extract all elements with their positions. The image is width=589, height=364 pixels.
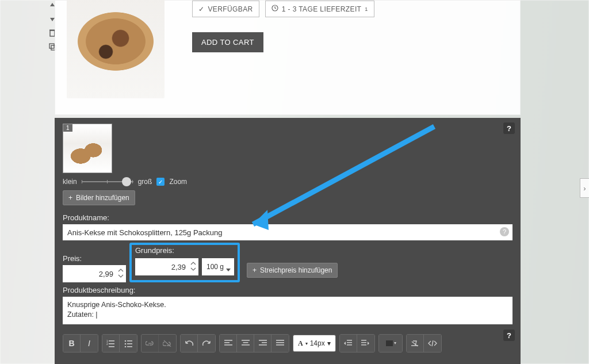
svg-rect-31: [347, 342, 352, 343]
svg-rect-33: [361, 340, 366, 341]
chevron-down-icon[interactable]: [190, 266, 196, 272]
product-image[interactable]: [67, 0, 165, 98]
svg-rect-24: [259, 340, 267, 341]
indent-button[interactable]: [357, 335, 374, 352]
unordered-list-button[interactable]: [120, 335, 137, 352]
help-button[interactable]: ?: [503, 329, 515, 341]
italic-button[interactable]: I: [81, 335, 98, 352]
product-preview-panel: ✓ VERFÜGBAR 1 - 3 TAGE LIEFERZEIT1 ADD T…: [55, 0, 521, 115]
description-textarea[interactable]: [63, 297, 512, 324]
caret-down-icon: [226, 265, 231, 274]
help-button[interactable]: ?: [503, 122, 515, 134]
svg-point-10: [124, 340, 126, 342]
svg-rect-36: [386, 340, 393, 346]
svg-rect-7: [109, 346, 114, 347]
chevron-up-icon[interactable]: [190, 260, 196, 266]
add-strike-price-button[interactable]: + Streichpreis hinzufügen: [247, 263, 338, 278]
check-icon: ✓: [198, 5, 204, 13]
svg-rect-32: [347, 344, 352, 346]
svg-rect-6: [109, 343, 114, 344]
font-icon: A: [298, 339, 303, 348]
image-thumbnail[interactable]: 1: [63, 124, 112, 173]
svg-rect-18: [224, 340, 232, 341]
ordered-list-button[interactable]: 12: [102, 335, 120, 352]
price-input[interactable]: [63, 265, 126, 282]
image-size-slider[interactable]: [82, 179, 133, 184]
align-left-button[interactable]: [220, 335, 237, 352]
product-name-input[interactable]: [63, 224, 512, 240]
link-button[interactable]: [141, 335, 159, 352]
svg-rect-21: [242, 340, 250, 341]
richtext-toolbar: B I 12 A▾ 14px: [63, 332, 512, 355]
delivery-label: 1 - 3 TAGE LIEFERZEIT: [282, 5, 362, 13]
svg-rect-22: [243, 342, 248, 343]
delivery-badge: 1 - 3 TAGE LIEFERZEIT1: [265, 1, 374, 17]
add-images-button[interactable]: + Bilder hinzufügen: [63, 190, 135, 205]
add-to-cart-button[interactable]: ADD TO CART: [192, 32, 263, 52]
svg-rect-0: [50, 30, 55, 36]
availability-badge: ✓ VERFÜGBAR: [192, 1, 259, 17]
base-price-stepper[interactable]: [190, 260, 196, 272]
size-label-large: groß: [138, 178, 152, 186]
svg-rect-15: [127, 346, 132, 347]
description-label: Produktbeschreibung:: [63, 286, 512, 294]
svg-rect-19: [224, 342, 230, 343]
clock-icon: [271, 5, 278, 13]
svg-point-11: [124, 343, 126, 344]
unlink-button[interactable]: [159, 335, 176, 352]
plus-icon: +: [253, 266, 257, 274]
clear-format-button[interactable]: [407, 335, 424, 352]
delivery-footnote: 1: [365, 6, 368, 12]
caret-down-icon: ▾: [327, 339, 331, 347]
base-price-input[interactable]: [135, 258, 198, 275]
chevron-up-icon[interactable]: [118, 267, 124, 273]
svg-rect-34: [361, 342, 366, 343]
text-color-button[interactable]: [379, 335, 402, 352]
availability-label: VERFÜGBAR: [208, 5, 253, 13]
svg-rect-26: [259, 344, 267, 346]
side-flyout-handle[interactable]: ›: [580, 178, 589, 198]
zoom-checkbox[interactable]: ✓: [156, 178, 165, 186]
strike-price-label: Streichpreis hinzufügen: [260, 266, 332, 274]
add-images-label: Bilder hinzufügen: [76, 194, 129, 202]
redo-button[interactable]: [198, 335, 215, 352]
field-help-icon[interactable]: ?: [500, 227, 509, 236]
svg-text:2: 2: [106, 342, 108, 346]
thumbnail-index: 1: [63, 124, 72, 132]
svg-point-12: [124, 346, 126, 347]
outdent-button[interactable]: [340, 335, 357, 352]
price-stepper[interactable]: [118, 267, 124, 279]
plus-icon: +: [68, 194, 72, 202]
code-view-button[interactable]: [424, 335, 441, 352]
svg-line-37: [253, 127, 434, 224]
svg-rect-23: [242, 344, 250, 346]
base-price-highlight: Grundpreis:: [129, 243, 240, 282]
font-size-select[interactable]: A▾ 14px ▾: [293, 335, 336, 352]
svg-rect-5: [109, 340, 114, 342]
bold-button[interactable]: B: [63, 335, 81, 352]
svg-rect-25: [262, 342, 267, 343]
svg-rect-2: [49, 44, 54, 48]
product-editor-panel: ? 1 klein groß ✓ Zoom + Bilder hinzufüge…: [55, 118, 521, 364]
svg-rect-20: [224, 344, 232, 346]
svg-rect-14: [127, 343, 132, 344]
price-label: Preis:: [63, 254, 126, 263]
chevron-down-icon[interactable]: [118, 273, 124, 279]
align-justify-button[interactable]: [271, 335, 289, 352]
svg-rect-29: [276, 344, 284, 346]
base-price-label: Grundpreis:: [135, 246, 234, 255]
zoom-label: Zoom: [169, 178, 187, 186]
font-size-value: 14px: [310, 339, 325, 347]
align-center-button[interactable]: [237, 335, 254, 352]
svg-rect-13: [127, 340, 132, 342]
svg-rect-28: [276, 342, 284, 343]
product-name-label: Produktname:: [63, 213, 512, 222]
align-right-button[interactable]: [254, 335, 271, 352]
svg-rect-35: [361, 344, 366, 346]
svg-rect-30: [347, 340, 352, 341]
svg-rect-27: [276, 340, 284, 341]
undo-button[interactable]: [181, 335, 198, 352]
size-label-small: klein: [63, 178, 77, 186]
